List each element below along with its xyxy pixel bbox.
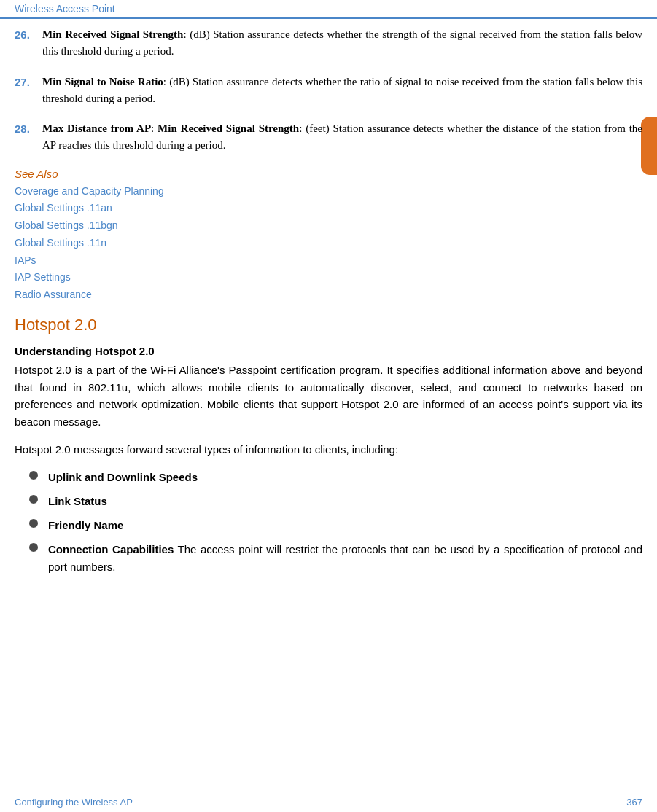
bullet-item-3: Connection Capabilities The access point… [29, 541, 642, 575]
bullet-item-1: Link Status [29, 493, 642, 510]
bullet-item-2: Friendly Name [29, 517, 642, 534]
item-term-26: Min Received Signal Strength [42, 28, 183, 40]
item-term-27: Min Signal to Noise Ratio [42, 76, 163, 87]
bullet-text-3: Connection Capabilities The access point… [48, 541, 642, 575]
list-item-28: 28. Max Distance from AP: Min Received S… [15, 120, 642, 155]
see-also-link-3[interactable]: Global Settings .11n [15, 235, 642, 252]
top-header: Wireless Access Point [0, 0, 657, 19]
main-content: 26. Min Received Signal Strength: (dB) S… [0, 19, 657, 590]
hotspot-sub-heading: Understanding Hotspot 2.0 [15, 345, 642, 357]
bottom-footer: Configuring the Wireless AP 367 [0, 792, 657, 812]
list-item-26: 26. Min Received Signal Strength: (dB) S… [15, 26, 642, 60]
see-also-section: See Also Coverage and Capacity Planning … [15, 168, 642, 305]
see-also-link-0[interactable]: Coverage and Capacity Planning [15, 183, 642, 200]
hotspot-paragraph2: Hotspot 2.0 messages forward several typ… [15, 441, 642, 458]
see-also-link-4[interactable]: IAPs [15, 252, 642, 270]
see-also-link-1[interactable]: Global Settings .11an [15, 200, 642, 217]
item-number-27: 27. [15, 74, 42, 108]
see-also-link-5[interactable]: IAP Settings [15, 269, 642, 286]
hotspot-heading: Hotspot 2.0 [15, 316, 642, 335]
header-title: Wireless Access Point [15, 3, 115, 15]
page-container: Wireless Access Point 26. Min Received S… [0, 0, 657, 812]
see-also-link-2[interactable]: Global Settings .11bgn [15, 217, 642, 235]
bullet-item-0: Uplink and Downlink Speeds [29, 469, 642, 485]
item-term-28b: Min Received Signal Strength [158, 122, 299, 134]
bullet-term-3: Connection Capabilities [48, 543, 174, 555]
bullet-term-1: Link Status [48, 495, 107, 507]
item-number-28: 28. [15, 120, 42, 155]
footer-right: 367 [626, 797, 642, 808]
bullet-dot-1 [29, 495, 38, 504]
item-content-26: Min Received Signal Strength: (dB) Stati… [42, 26, 642, 60]
item-content-27: Min Signal to Noise Ratio: (dB) Station … [42, 74, 642, 108]
item-content-28: Max Distance from AP: Min Received Signa… [42, 120, 642, 155]
bullet-text-2: Friendly Name [48, 517, 642, 534]
hotspot-bullet-list: Uplink and Downlink Speeds Link Status F… [29, 469, 642, 575]
item-term-28a: Max Distance from AP [42, 122, 151, 134]
bullet-text-1: Link Status [48, 493, 642, 510]
see-also-link-6[interactable]: Radio Assurance [15, 286, 642, 304]
hotspot-paragraph1: Hotspot 2.0 is a part of the Wi-Fi Allia… [15, 362, 642, 431]
footer-left: Configuring the Wireless AP [15, 797, 133, 808]
bullet-dot-0 [29, 471, 38, 480]
bullet-term-2: Friendly Name [48, 519, 123, 531]
item-number-26: 26. [15, 26, 42, 60]
bullet-dot-3 [29, 543, 38, 552]
see-also-heading: See Also [15, 168, 642, 180]
bullet-term-0: Uplink and Downlink Speeds [48, 471, 198, 483]
bullet-text-0: Uplink and Downlink Speeds [48, 469, 642, 485]
list-item-27: 27. Min Signal to Noise Ratio: (dB) Stat… [15, 74, 642, 108]
bullet-dot-2 [29, 519, 38, 528]
